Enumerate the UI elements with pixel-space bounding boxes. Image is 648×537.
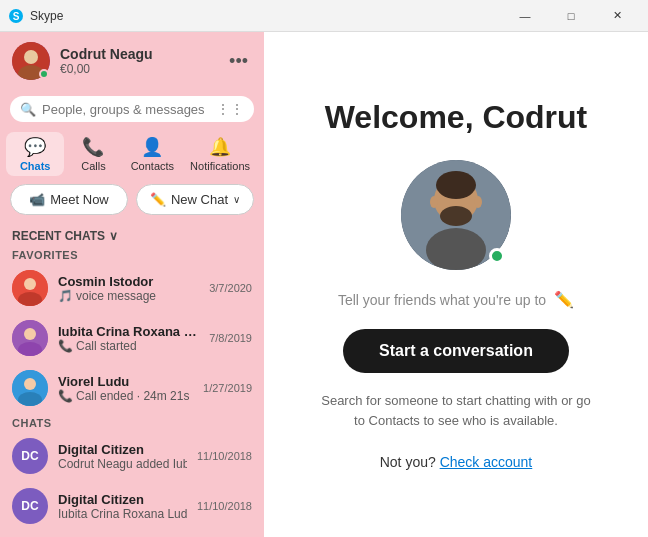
user-avatar-wrap[interactable] bbox=[12, 42, 50, 80]
user-balance: €0,00 bbox=[60, 62, 215, 76]
right-panel: Welcome, Codrut bbox=[264, 32, 648, 537]
notifications-icon: 🔔 bbox=[209, 136, 231, 158]
chat-info-dc1: Digital Citizen Codrut Neagu added Iubit… bbox=[58, 442, 187, 471]
chats-label: Chats bbox=[20, 160, 51, 172]
chat-info-cosmin: Cosmin Istodor 🎵 voice message bbox=[58, 274, 199, 303]
search-hint: Search for someone to start chatting wit… bbox=[316, 391, 596, 430]
user-status-dot bbox=[39, 69, 49, 79]
grid-icon[interactable]: ⋮⋮ bbox=[216, 101, 244, 117]
user-info: Codrut Neagu €0,00 bbox=[60, 46, 215, 76]
close-button[interactable]: ✕ bbox=[594, 0, 640, 32]
chat-avatar-dc2: DC bbox=[12, 488, 48, 524]
chat-info-dc2: Digital Citizen Iubita Crina Roxana Ludu… bbox=[58, 492, 187, 521]
minimize-button[interactable]: — bbox=[502, 0, 548, 32]
chat-preview-dc1: Codrut Neagu added Iubit... bbox=[58, 457, 187, 471]
chat-item-viorel[interactable]: Viorel Ludu 📞 Call ended · 24m 21s 1/27/… bbox=[0, 363, 264, 413]
chat-name-dc2: Digital Citizen bbox=[58, 492, 187, 507]
chat-preview-cosmin: 🎵 voice message bbox=[58, 289, 199, 303]
window-controls: — □ ✕ bbox=[502, 0, 640, 32]
check-account-link[interactable]: Check account bbox=[440, 454, 533, 470]
svg-point-16 bbox=[436, 171, 476, 199]
meet-now-label: Meet Now bbox=[50, 192, 109, 207]
chat-preview-iubita: 📞 Call started bbox=[58, 339, 199, 353]
chat-date-dc1: 11/10/2018 bbox=[197, 450, 252, 462]
notifications-label: Notifications bbox=[190, 160, 250, 172]
chat-name-dc1: Digital Citizen bbox=[58, 442, 187, 457]
edit-icon[interactable]: ✏️ bbox=[554, 290, 574, 309]
chat-date-dc2: 11/10/2018 bbox=[197, 500, 252, 512]
user-name: Codrut Neagu bbox=[60, 46, 215, 62]
status-line: Tell your friends what you're up to ✏️ bbox=[338, 290, 574, 309]
chat-info-viorel: Viorel Ludu 📞 Call ended · 24m 21s bbox=[58, 374, 193, 403]
preview-icon-iubita: 📞 bbox=[58, 339, 73, 353]
search-icon: 🔍 bbox=[20, 102, 36, 117]
chat-avatar-dc1: DC bbox=[12, 438, 48, 474]
favorites-label: FAVORITES bbox=[0, 245, 264, 263]
chat-name-iubita: Iubita Crina Roxana Ludu bbox=[58, 324, 199, 339]
svg-point-20 bbox=[474, 196, 482, 208]
svg-point-3 bbox=[24, 50, 38, 64]
window-title: Skype bbox=[30, 9, 502, 23]
start-conversation-button[interactable]: Start a conversation bbox=[343, 329, 569, 373]
tab-chats[interactable]: 💬 Chats bbox=[6, 132, 64, 176]
dc1-avatar-text: DC bbox=[21, 449, 38, 463]
chat-avatar-cosmin bbox=[12, 270, 48, 306]
svg-point-17 bbox=[440, 206, 472, 226]
chat-preview-viorel: 📞 Call ended · 24m 21s bbox=[58, 389, 193, 403]
calls-label: Calls bbox=[81, 160, 105, 172]
recent-chats-label: RECENT CHATS bbox=[12, 229, 105, 243]
new-chat-chevron: ∨ bbox=[233, 194, 240, 205]
tab-notifications[interactable]: 🔔 Notifications bbox=[182, 132, 258, 176]
svg-point-9 bbox=[24, 328, 36, 340]
status-placeholder: Tell your friends what you're up to bbox=[338, 292, 546, 308]
tab-calls[interactable]: 📞 Calls bbox=[64, 132, 122, 176]
calls-icon: 📞 bbox=[82, 136, 104, 158]
chat-item-dc2[interactable]: DC Digital Citizen Iubita Crina Roxana L… bbox=[0, 481, 264, 531]
skype-logo-icon: S bbox=[8, 8, 24, 24]
chat-avatar-iubita bbox=[12, 320, 48, 356]
svg-point-19 bbox=[430, 196, 438, 208]
chat-date-viorel: 1/27/2019 bbox=[203, 382, 252, 394]
chats-section-label: CHATS bbox=[0, 413, 264, 431]
contacts-icon: 👤 bbox=[141, 136, 163, 158]
titlebar: S Skype — □ ✕ bbox=[0, 0, 648, 32]
svg-point-18 bbox=[426, 228, 486, 270]
chat-info-iubita: Iubita Crina Roxana Ludu 📞 Call started bbox=[58, 324, 199, 353]
profile-avatar-wrap bbox=[401, 160, 511, 270]
contacts-label: Contacts bbox=[131, 160, 174, 172]
svg-point-12 bbox=[24, 378, 36, 390]
chat-item-cosmin[interactable]: Cosmin Istodor 🎵 voice message 3/7/2020 bbox=[0, 263, 264, 313]
chats-icon: 💬 bbox=[24, 136, 46, 158]
meet-now-button[interactable]: 📹 Meet Now bbox=[10, 184, 128, 215]
search-bar: 🔍 ⋮⋮ bbox=[10, 96, 254, 122]
main-layout: Codrut Neagu €0,00 ••• 🔍 ⋮⋮ 💬 Chats 📞 Ca… bbox=[0, 32, 648, 537]
chat-item-dc1[interactable]: DC Digital Citizen Codrut Neagu added Iu… bbox=[0, 431, 264, 481]
preview-icon-cosmin: 🎵 bbox=[58, 289, 73, 303]
more-options-button[interactable]: ••• bbox=[225, 47, 252, 76]
nav-tabs: 💬 Chats 📞 Calls 👤 Contacts 🔔 Notificatio… bbox=[0, 128, 264, 184]
new-chat-button[interactable]: ✏️ New Chat ∨ bbox=[136, 184, 254, 215]
recent-chats-header[interactable]: RECENT CHATS ∨ bbox=[0, 225, 264, 245]
search-input[interactable] bbox=[42, 102, 210, 117]
chat-list: Cosmin Istodor 🎵 voice message 3/7/2020 bbox=[0, 263, 264, 537]
new-chat-label: New Chat bbox=[171, 192, 228, 207]
tab-contacts[interactable]: 👤 Contacts bbox=[123, 132, 182, 176]
welcome-title: Welcome, Codrut bbox=[325, 99, 588, 136]
meet-now-icon: 📹 bbox=[29, 192, 45, 207]
action-buttons: 📹 Meet Now ✏️ New Chat ∨ bbox=[0, 184, 264, 225]
svg-point-6 bbox=[24, 278, 36, 290]
chat-date-cosmin: 3/7/2020 bbox=[209, 282, 252, 294]
preview-icon-viorel: 📞 bbox=[58, 389, 73, 403]
sidebar: Codrut Neagu €0,00 ••• 🔍 ⋮⋮ 💬 Chats 📞 Ca… bbox=[0, 32, 264, 537]
chat-name-viorel: Viorel Ludu bbox=[58, 374, 193, 389]
svg-text:S: S bbox=[13, 11, 20, 22]
recent-chats-chevron: ∨ bbox=[109, 229, 118, 243]
chat-date-iubita: 7/8/2019 bbox=[209, 332, 252, 344]
new-chat-icon: ✏️ bbox=[150, 192, 166, 207]
chat-name-cosmin: Cosmin Istodor bbox=[58, 274, 199, 289]
maximize-button[interactable]: □ bbox=[548, 0, 594, 32]
chat-preview-dc2: Iubita Crina Roxana Ludu a... bbox=[58, 507, 187, 521]
chat-item-iubita[interactable]: Iubita Crina Roxana Ludu 📞 Call started … bbox=[0, 313, 264, 363]
profile-status-dot bbox=[489, 248, 505, 264]
not-you-text: Not you? Check account bbox=[380, 454, 533, 470]
